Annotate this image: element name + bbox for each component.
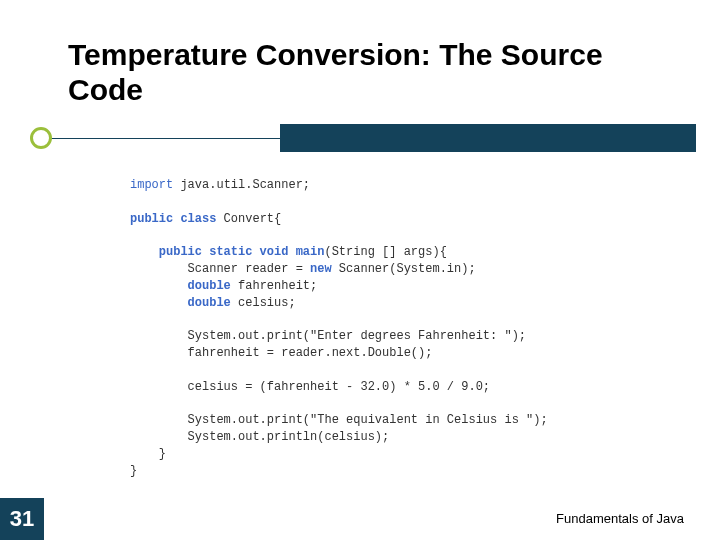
code-text: Scanner(System.in); (332, 262, 476, 276)
code-text: System.out.println(celsius); (130, 430, 389, 444)
bullet-dot-icon (30, 127, 52, 149)
kw-import: import (130, 178, 173, 192)
code-block: import java.util.Scanner; public class C… (130, 177, 660, 479)
kw-double: double (188, 279, 231, 293)
kw-public-class: public class (130, 212, 216, 226)
thick-rule (280, 124, 696, 152)
code-text: fahrenheit; (231, 279, 317, 293)
code-text: fahrenheit = reader.next.Double(); (130, 346, 432, 360)
code-text: celsius; (231, 296, 296, 310)
slide: Temperature Conversion: The Source Code … (0, 0, 720, 540)
code-text: Scanner reader = (130, 262, 310, 276)
code-text: System.out.print("The equivalent in Cels… (130, 413, 548, 427)
code-text: System.out.print("Enter degrees Fahrenhe… (130, 329, 526, 343)
code-text: } (130, 464, 137, 478)
code-text (130, 279, 188, 293)
code-text: (String [] args){ (324, 245, 446, 259)
kw-main: public static void main (130, 245, 324, 259)
kw-new: new (310, 262, 332, 276)
footer-text: Fundamentals of Java (556, 511, 684, 526)
code-text: Convert{ (216, 212, 281, 226)
code-text: } (130, 447, 166, 461)
kw-double: double (188, 296, 231, 310)
title-underline (0, 121, 720, 157)
code-text: java.util.Scanner; (173, 178, 310, 192)
slide-title: Temperature Conversion: The Source Code (68, 38, 680, 107)
page-number: 31 (0, 498, 44, 540)
code-text: celsius = (fahrenheit - 32.0) * 5.0 / 9.… (130, 380, 490, 394)
code-text (130, 296, 188, 310)
